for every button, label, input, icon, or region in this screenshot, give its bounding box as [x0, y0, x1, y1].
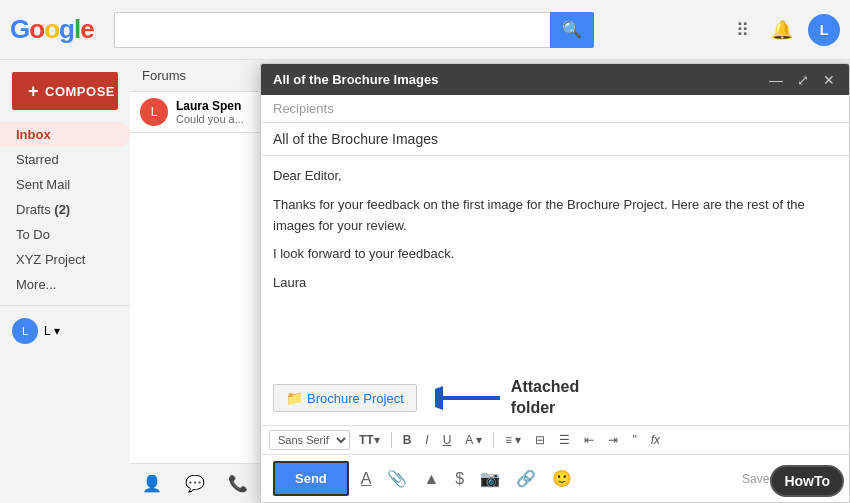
sidebar-user-avatar: L [12, 318, 38, 344]
chat-icon[interactable]: 💬 [181, 470, 209, 497]
compose-button[interactable]: + COMPOSE [12, 72, 118, 110]
blue-arrow-icon [435, 378, 505, 418]
attachment-label: Brochure Project [307, 391, 404, 406]
sidebar-item-starred[interactable]: Starred [0, 147, 130, 172]
sidebar-item-more[interactable]: More... [0, 272, 130, 297]
apps-icon[interactable]: ⠿ [728, 16, 756, 44]
sidebar-nav: Inbox Starred Sent Mail Drafts (2) To Do… [0, 122, 130, 297]
top-right-icons: ⠿ 🔔 L [728, 14, 840, 46]
body-signature: Laura [273, 273, 837, 294]
email-sender-avatar: L [140, 98, 168, 126]
search-icon: 🔍 [562, 20, 582, 39]
attached-folder-area: 📁 Brochure Project Attachedfolder [261, 371, 849, 425]
insert-money-button[interactable]: $ [451, 466, 468, 492]
underline-action-icon[interactable]: A [357, 466, 376, 492]
unordered-list-button[interactable]: ☰ [554, 430, 575, 450]
content-area: Forums L Laura Spen Could you a... ⚙ ▾ A… [130, 60, 850, 503]
attach-file-button[interactable]: 📎 [383, 465, 411, 492]
folder-icon: 📁 [286, 390, 303, 406]
sidebar-todo-label: To Do [16, 227, 50, 242]
sidebar-inbox-label: Inbox [16, 127, 51, 142]
font-size-button[interactable]: TT ▾ [354, 430, 385, 450]
sidebar: + COMPOSE Inbox Starred Sent Mail Drafts… [0, 60, 130, 503]
align-button[interactable]: ≡ ▾ [500, 430, 526, 450]
sidebar-starred-label: Starred [16, 152, 59, 167]
modal-title: All of the Brochure Images [273, 72, 438, 87]
bottom-icons-bar: 👤 💬 📞 [130, 463, 260, 503]
indent-more-button[interactable]: ⇥ [603, 430, 623, 450]
ordered-list-button[interactable]: ⊟ [530, 430, 550, 450]
sidebar-divider [0, 305, 130, 306]
action-bar: Send A 📎 ▲ $ 📷 🔗 🙂 Saved 🗑 ⋮ [261, 454, 849, 502]
sidebar-sentmail-label: Sent Mail [16, 177, 70, 192]
bold-button[interactable]: B [398, 430, 417, 450]
blockquote-button[interactable]: " [627, 430, 641, 450]
phone-icon[interactable]: 📞 [224, 470, 252, 497]
sidebar-item-inbox[interactable]: Inbox [0, 122, 130, 147]
sidebar-item-xyzproject[interactable]: XYZ Project [0, 247, 130, 272]
body-paragraph2: I look forward to your feedback. [273, 244, 837, 265]
annotation-text: Attachedfolder [511, 377, 579, 419]
modal-minimize-button[interactable]: — [767, 73, 785, 87]
sidebar-user-label: L ▾ [44, 324, 60, 338]
sidebar-item-drafts[interactable]: Drafts (2) [0, 197, 130, 222]
search-button[interactable]: 🔍 [550, 12, 594, 48]
body-paragraph1: Thanks for your feedback on the first im… [273, 195, 837, 237]
search-bar-wrap: 🔍 [114, 12, 594, 48]
sidebar-avatar-item[interactable]: L L ▾ [0, 314, 130, 348]
compose-plus-icon: + [28, 82, 39, 100]
clear-format-button[interactable]: fx [646, 430, 665, 450]
italic-button[interactable]: I [420, 430, 433, 450]
google-drive-button[interactable]: ▲ [419, 466, 443, 492]
modal-controls: — ⤢ ✕ [767, 73, 837, 87]
main-layout: + COMPOSE Inbox Starred Sent Mail Drafts… [0, 60, 850, 503]
top-bar: Google 🔍 ⠿ 🔔 L [0, 0, 850, 60]
font-family-select[interactable]: Sans Serif [269, 430, 350, 450]
annotation-arrow: Attachedfolder [435, 377, 579, 419]
insert-emoji-button[interactable]: 🙂 [548, 465, 576, 492]
body-salutation: Dear Editor, [273, 166, 837, 187]
modal-expand-button[interactable]: ⤢ [795, 73, 811, 87]
insert-photo-button[interactable]: 📷 [476, 465, 504, 492]
person-icon[interactable]: 👤 [138, 470, 166, 497]
email-avatar-initial: L [151, 105, 158, 119]
send-button[interactable]: Send [273, 461, 349, 496]
sidebar-drafts-label: Drafts (2) [16, 202, 70, 217]
search-input[interactable] [114, 12, 550, 48]
sidebar-item-sentmail[interactable]: Sent Mail [0, 172, 130, 197]
sidebar-item-todo[interactable]: To Do [0, 222, 130, 247]
sidebar-more-label: More... [16, 277, 56, 292]
compose-label: COMPOSE [45, 84, 115, 99]
underline-button[interactable]: U [438, 430, 457, 450]
recipients-placeholder: Recipients [273, 101, 334, 116]
user-avatar[interactable]: L [808, 14, 840, 46]
insert-link-button[interactable]: 🔗 [512, 465, 540, 492]
folder-chip[interactable]: 📁 Brochure Project [273, 384, 417, 412]
notifications-icon[interactable]: 🔔 [768, 16, 796, 44]
toolbar-divider-1 [391, 432, 392, 448]
compose-modal: All of the Brochure Images — ⤢ ✕ Recipie… [260, 63, 850, 503]
modal-recipients-field[interactable]: Recipients [261, 95, 849, 123]
subject-text: All of the Brochure Images [273, 131, 438, 147]
google-logo: Google [10, 14, 94, 45]
howto-badge: HowTo [770, 465, 844, 497]
font-color-button[interactable]: A ▾ [460, 430, 487, 450]
modal-subject[interactable]: All of the Brochure Images [261, 123, 849, 156]
format-toolbar: Sans Serif TT ▾ B I U A ▾ ≡ ▾ ⊟ ☰ ⇤ ⇥ " … [261, 425, 849, 454]
modal-body[interactable]: Dear Editor, Thanks for your feedback on… [261, 156, 849, 371]
modal-header: All of the Brochure Images — ⤢ ✕ [261, 64, 849, 95]
indent-less-button[interactable]: ⇤ [579, 430, 599, 450]
forums-label: Forums [142, 68, 186, 83]
howto-label: HowTo [784, 473, 830, 489]
sidebar-xyzproject-label: XYZ Project [16, 252, 85, 267]
toolbar-divider-2 [493, 432, 494, 448]
modal-close-button[interactable]: ✕ [821, 73, 837, 87]
